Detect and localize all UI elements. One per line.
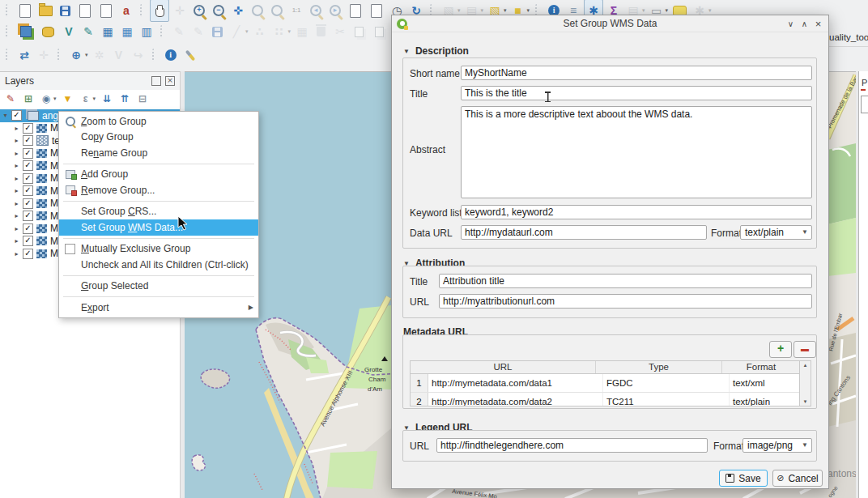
menu-item-remove-group[interactable]: Remove Group... ▶ <box>59 182 258 198</box>
toolbar-separator[interactable]: ▾ <box>6 49 11 62</box>
layer-checkbox[interactable] <box>23 185 33 196</box>
style-manager-button[interactable]: a▾ <box>117 0 135 21</box>
toolbar-separator[interactable]: ▾ <box>140 4 145 17</box>
layer-checkbox[interactable] <box>11 110 22 121</box>
menu-item-add-group[interactable]: Add Group ▶ <box>59 167 258 183</box>
cell-url[interactable]: http://mymetadata.com/data2 <box>428 393 603 406</box>
menu-item-set-group-wms-data[interactable]: Set Group WMS Data... ▶ <box>59 219 258 236</box>
new-map-view-button[interactable]: ▾ <box>346 0 365 21</box>
osm-place-search-button[interactable]: ▾ <box>181 45 199 66</box>
new-raster-layer-button[interactable]: ▦▾ <box>118 21 136 42</box>
table-row[interactable]: 2 http://mymetadata.com/data2 TC211 text… <box>411 393 811 406</box>
layer-checkbox[interactable] <box>23 249 33 259</box>
attribution-url-input[interactable]: http://myattributionurl.com <box>439 294 812 309</box>
cut-features-button[interactable]: ✂▾ <box>331 21 349 42</box>
expander-icon[interactable] <box>11 250 22 258</box>
layer-checkbox[interactable] <box>23 198 33 209</box>
panel-close-button[interactable]: × <box>165 76 175 86</box>
menu-item-copy-group[interactable]: Copy Group ▶ <box>59 130 258 146</box>
manage-map-themes-button[interactable]: ◉▾ <box>39 88 57 109</box>
expander-icon[interactable] <box>11 237 22 245</box>
expander-icon[interactable] <box>11 137 22 144</box>
keyword-list-input[interactable]: keyword1, keyword2 <box>461 205 812 219</box>
layer-checkbox[interactable] <box>23 123 33 134</box>
toolbar-separator[interactable]: ▾ <box>57 49 62 62</box>
remove-layer-button[interactable]: ⊟▾ <box>135 88 150 109</box>
rotate-label-button[interactable]: ✛▾ <box>35 45 53 66</box>
title-input[interactable]: This is the title <box>461 86 812 100</box>
quality-tools-tab[interactable]: uality_tools <box>829 32 868 42</box>
layer-checkbox[interactable] <box>23 135 33 146</box>
dialog-titlebar[interactable]: Set Group WMS Data ∨ ∧ × <box>392 15 828 32</box>
expander-icon[interactable] <box>11 125 22 132</box>
add-group-button[interactable]: ⊞▾ <box>21 88 36 109</box>
delete-selected-button[interactable]: ▾ <box>313 21 330 42</box>
column-header-url[interactable]: URL <box>411 361 596 373</box>
short-name-input[interactable]: MyShortName <box>461 66 812 80</box>
save-project-button[interactable]: ▾ <box>57 0 74 21</box>
new-from-template-button[interactable]: ▾ <box>75 0 95 21</box>
cancel-button[interactable]: ⊘Cancel <box>772 470 823 487</box>
layer-checkbox[interactable] <box>23 211 33 221</box>
expander-icon[interactable] <box>11 212 22 219</box>
expander-icon[interactable] <box>11 150 22 157</box>
menu-item-uncheck-all-children[interactable]: Uncheck and All its Children (Ctrl-click… <box>59 257 258 273</box>
window-unshade-button[interactable]: ∧ <box>798 19 811 28</box>
remove-metadata-row-button[interactable]: ▬ <box>794 341 816 358</box>
new-3d-map-view-button[interactable]: ▾ <box>367 0 386 21</box>
layer-checkbox[interactable] <box>23 236 33 246</box>
metadata-table[interactable]: URL Type Format 1 http://mymetadata.com/… <box>410 360 811 406</box>
pan-to-selection-button[interactable]: ✛▾ <box>171 0 189 21</box>
menu-item-group-selected[interactable]: Group Selected ▶ <box>59 279 258 295</box>
new-virtual-layer-button[interactable]: ▥▾ <box>138 21 155 42</box>
expander-icon[interactable] <box>11 187 22 194</box>
paste-features-button[interactable]: ▾ <box>371 21 389 42</box>
save-layer-edits-button[interactable]: ▾ <box>209 21 226 42</box>
new-geopackage-layer-button[interactable]: ✎▾ <box>79 21 97 42</box>
toolbar-separator[interactable]: ▾ <box>160 25 165 38</box>
layer-checkbox[interactable] <box>23 160 33 171</box>
menu-item-rename-group[interactable]: Rename Group ▶ <box>59 145 258 161</box>
toolbar-separator[interactable]: ▾ <box>6 25 11 38</box>
data-source-manager-button[interactable]: ▾ <box>15 21 36 42</box>
zoom-to-layer-button[interactable]: ▾ <box>268 0 286 21</box>
open-project-button[interactable]: ▾ <box>36 0 55 21</box>
pan-map-button[interactable]: ▾ <box>150 0 169 22</box>
menu-item-set-group-crs[interactable]: Set Group CRS... ▶ <box>59 204 258 220</box>
copy-features-button[interactable]: ▾ <box>351 21 369 42</box>
abstract-textarea[interactable]: This is a more descriptive text aboout t… <box>461 106 812 198</box>
current-edits-button[interactable]: ✎▾ <box>170 21 188 42</box>
zoom-next-button[interactable]: ▸▾ <box>326 0 344 21</box>
add-point-feature-button[interactable]: ∴▾ <box>251 21 269 42</box>
legend-url-input[interactable]: http://findthelegendhere.com <box>436 438 708 453</box>
new-project-button[interactable]: ▾ <box>15 0 35 21</box>
window-shade-button[interactable]: ∨ <box>784 19 798 28</box>
vertex-tool-button[interactable]: ∷▾ <box>270 21 292 42</box>
project-properties-button[interactable]: ▾ <box>96 0 116 21</box>
expand-all-button[interactable]: ⇊▾ <box>100 88 114 109</box>
attribution-title-input[interactable]: Attribution title <box>439 274 812 288</box>
scroll-down-icon[interactable]: ▼ <box>803 399 808 404</box>
zoom-in-button[interactable]: +▾ <box>190 0 208 21</box>
cell-url[interactable]: http://mymetadata.com/data1 <box>428 374 603 392</box>
filter-legend-button[interactable]: ▼▾ <box>61 88 75 109</box>
cell-type[interactable]: FGDC <box>603 374 730 392</box>
show-hide-labels-button[interactable]: V▾ <box>110 45 128 66</box>
expander-icon[interactable] <box>11 162 22 169</box>
cell-format[interactable]: text/xml <box>730 374 810 392</box>
save-button[interactable]: Save <box>719 470 768 487</box>
label-callouts-button[interactable]: ↪▾ <box>130 45 147 66</box>
zoom-out-button[interactable]: −▾ <box>210 0 228 21</box>
expander-icon[interactable] <box>11 200 22 207</box>
zoom-native-button[interactable]: 1:1▾ <box>287 0 305 21</box>
plugin-manager-button[interactable]: ▦▾ <box>99 21 117 42</box>
cell-type[interactable]: TC211 <box>603 393 730 406</box>
menu-item-export[interactable]: Export ▶ <box>59 300 258 316</box>
zoom-to-selection-button[interactable]: ▾ <box>249 0 266 21</box>
menu-item-zoom-to-group[interactable]: Zoom to Group ▶ <box>59 113 258 130</box>
open-layer-styling-button[interactable]: ✎▾ <box>3 88 18 109</box>
modify-attributes-button[interactable]: ▦▾ <box>293 21 311 42</box>
layer-checkbox[interactable] <box>23 148 33 159</box>
highlight-pinned-labels-button[interactable]: ✲▾ <box>91 45 108 66</box>
cell-format[interactable]: text/plain <box>730 393 810 406</box>
